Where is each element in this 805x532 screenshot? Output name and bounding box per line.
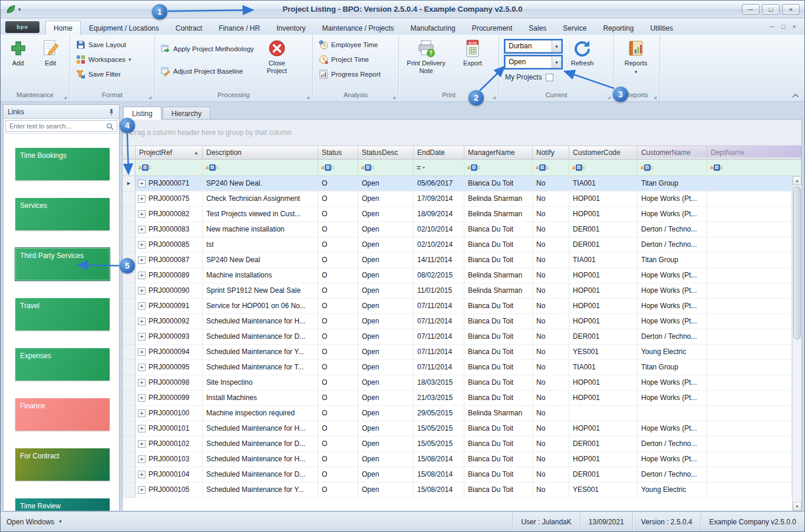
column-header-enddate[interactable]: EndDate [414, 146, 464, 160]
column-header-customername[interactable]: CustomerName [638, 146, 707, 160]
save-layout-button[interactable]: Save Layout [73, 39, 134, 51]
column-header-notify[interactable]: Notify [533, 146, 569, 160]
table-row[interactable]: +PRJ0000087SP240 New DealOOpen14/11/2014… [123, 253, 792, 268]
vertical-scrollbar[interactable]: ▲ ▼ [792, 176, 801, 511]
expand-row-icon[interactable]: + [138, 440, 146, 448]
expand-row-icon[interactable]: + [138, 180, 146, 187]
column-header-deptname[interactable]: DeptName [707, 146, 801, 160]
minimize-button[interactable]: ─ [742, 4, 760, 15]
table-row[interactable]: +PRJ0000091Service for HOP001 on 06 No..… [123, 299, 792, 314]
expand-row-icon[interactable]: + [138, 394, 146, 402]
column-header-customercode[interactable]: CustomerCode [569, 146, 638, 160]
expand-row-icon[interactable]: + [138, 471, 146, 478]
expand-row-icon[interactable]: + [138, 364, 146, 371]
scrollbar-thumb[interactable] [793, 186, 801, 339]
table-row[interactable]: +PRJ0000098Site InspectinoOOpen18/03/201… [123, 375, 792, 391]
expand-row-icon[interactable]: + [138, 210, 146, 218]
tab-sales[interactable]: Sales [520, 21, 555, 35]
expand-row-icon[interactable]: + [138, 348, 146, 356]
table-row[interactable]: ►+PRJ0000071SP240 New Deal.OOpen05/06/20… [123, 176, 792, 191]
workspaces-button[interactable]: Workspaces ▾ [73, 54, 134, 65]
maximize-button[interactable]: □ [762, 4, 780, 15]
table-row[interactable]: +PRJ0000090Sprint SP1912 New Deal SaleOO… [123, 283, 792, 299]
table-row[interactable]: +PRJ0000101Scheduled Maintenance for H..… [123, 421, 792, 437]
caret-down-icon[interactable]: ▾ [552, 41, 561, 52]
refresh-button[interactable]: Refresh [565, 36, 599, 68]
expand-row-icon[interactable]: + [138, 226, 146, 233]
close-project-button[interactable]: Close Project [259, 36, 295, 75]
expand-row-icon[interactable]: + [138, 272, 146, 279]
expand-row-icon[interactable]: + [138, 241, 146, 249]
link-tile-time-review[interactable]: Time Review [15, 498, 110, 511]
table-row[interactable]: +PRJ0000083New machine installationOOpen… [123, 222, 792, 237]
tab-home[interactable]: Home [45, 21, 81, 35]
column-header-status[interactable]: Status [318, 146, 358, 160]
mdi-minimize-icon[interactable]: ─ [770, 24, 774, 30]
column-header-statusdesc[interactable]: StatusDesc [358, 146, 414, 160]
employee-time-button[interactable]: Employee Time [316, 39, 384, 51]
table-row[interactable]: +PRJ0000094Scheduled Maintenance for Y..… [123, 345, 792, 360]
table-row[interactable]: +PRJ0000075Check Technician AssignmentOO… [123, 191, 792, 207]
expand-row-icon[interactable]: + [138, 379, 146, 386]
expand-row-icon[interactable]: + [138, 333, 146, 341]
mdi-close-icon[interactable]: × [793, 24, 796, 30]
search-input[interactable] [5, 120, 117, 132]
add-button[interactable]: Add [2, 36, 34, 68]
tab-contract[interactable]: Contract [167, 21, 210, 35]
tab-utilities[interactable]: Utilities [642, 21, 681, 35]
filter-cell-projectref[interactable]: aBc [136, 160, 203, 176]
expand-row-icon[interactable]: + [138, 425, 146, 432]
edit-button[interactable]: Edit [34, 36, 67, 68]
open-windows-button[interactable]: Open Windows ▼ [6, 518, 62, 526]
apply-project-methodology-button[interactable]: Apply Project Methodology [158, 43, 257, 55]
column-header-description[interactable]: Description [203, 146, 318, 160]
tab-inventory[interactable]: Inventory [268, 21, 314, 35]
link-tile-time-bookings[interactable]: Time Bookings [15, 148, 110, 180]
reports-button[interactable]: Reports ▾ [615, 36, 656, 76]
table-row[interactable]: +PRJ0000093Scheduled Maintenance for D..… [123, 329, 792, 345]
progress-report-button[interactable]: Progress Report [316, 68, 384, 80]
expand-row-icon[interactable]: + [138, 455, 146, 463]
link-tile-expenses[interactable]: Expenses [15, 348, 110, 381]
table-row[interactable]: +PRJ0000100Machine inspection requiredOO… [123, 406, 792, 421]
site-combobox[interactable]: Durban ▾ [505, 40, 562, 52]
filter-cell-customername[interactable]: aBc [638, 160, 707, 176]
table-row[interactable]: +PRJ0000095Scheduled Maintenance for T..… [123, 360, 792, 375]
collapse-ribbon-icon[interactable] [791, 92, 800, 100]
quick-access-caret-icon[interactable]: ▾ [18, 6, 21, 12]
table-row[interactable]: +PRJ0000104Scheduled Maintenance for D..… [123, 467, 792, 483]
tab-reporting[interactable]: Reporting [595, 21, 642, 35]
expand-row-icon[interactable]: + [138, 486, 146, 494]
export-button[interactable]: XLSX Export [454, 36, 491, 68]
pin-icon[interactable] [108, 108, 115, 115]
scrollbar-track[interactable] [793, 341, 801, 502]
scroll-up-button[interactable]: ▲ [793, 176, 801, 185]
column-header-projectref[interactable]: ProjectRef▲ [136, 146, 203, 160]
link-tile-for-contract[interactable]: For Contract [15, 448, 110, 481]
status-combobox[interactable]: Open ▾ [505, 56, 562, 68]
filter-cell-managername[interactable]: aBc [464, 160, 533, 176]
table-row[interactable]: +PRJ0000105Scheduled Maintenance for Y..… [123, 483, 792, 498]
expand-row-icon[interactable]: + [138, 195, 146, 203]
scroll-down-button[interactable]: ▼ [793, 502, 801, 511]
filter-cell-statusdesc[interactable]: aBc [358, 160, 414, 176]
table-row[interactable]: +PRJ0000082Test Projects viewed in Cust.… [123, 207, 792, 222]
table-row[interactable]: +PRJ0000102Scheduled Maintenance for D..… [123, 437, 792, 452]
filter-cell-status[interactable]: aBc [318, 160, 358, 176]
table-row[interactable]: +PRJ0000099Install MachinesOOpen21/03/20… [123, 391, 792, 406]
app-logo[interactable]: bpo [5, 21, 39, 33]
expand-row-icon[interactable]: + [138, 318, 146, 325]
search-icon[interactable] [106, 123, 114, 130]
expand-row-icon[interactable]: + [138, 256, 146, 264]
expand-row-icon[interactable]: + [138, 409, 146, 417]
project-time-button[interactable]: Project Time [316, 54, 384, 65]
caret-down-icon[interactable]: ▾ [552, 57, 561, 68]
save-filter-button[interactable]: Save Filter [73, 68, 134, 80]
table-row[interactable]: +PRJ0000103Scheduled Maintenance for H..… [123, 452, 792, 467]
my-projects-checkbox[interactable] [546, 74, 553, 81]
link-tile-third-party-services[interactable]: Third Party Services [15, 248, 110, 280]
group-by-panel[interactable]: Drag a column header here to group by th… [123, 120, 801, 146]
mdi-restore-icon[interactable]: □ [781, 24, 786, 30]
tab-finance-hr[interactable]: Finance / HR [210, 21, 268, 35]
table-row[interactable]: +PRJ0000089Machine installationsOOpen08/… [123, 268, 792, 283]
